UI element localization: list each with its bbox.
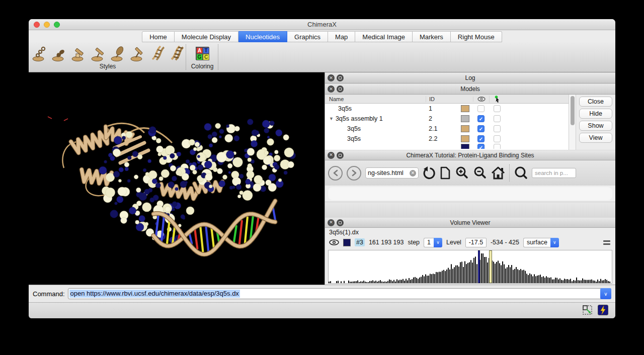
atoms-style-icon[interactable] [30, 44, 48, 62]
model-color-swatch[interactable] [461, 125, 469, 132]
close-model-button[interactable]: Close [579, 97, 612, 107]
slab-tilt-style-icon[interactable] [128, 44, 146, 62]
model-selected-checkbox[interactable] [494, 115, 501, 122]
status-bar [29, 302, 615, 318]
command-input[interactable]: open https://www.rbvi.ucsf.edu/chimerax/… [68, 288, 611, 299]
fast-mode-lightning-icon[interactable] [598, 305, 608, 315]
stubs-style-icon[interactable] [167, 44, 186, 62]
models-panel-header[interactable]: ✕ Models [325, 83, 615, 95]
nucleotide-coloring-icon[interactable]: ATGC [196, 47, 209, 60]
model-selected-checkbox[interactable] [494, 125, 501, 132]
tab-home[interactable]: Home [142, 31, 175, 42]
zoom-in-button[interactable] [455, 166, 469, 180]
model-shown-checkbox[interactable]: ✓ [477, 125, 485, 132]
models-undock-icon[interactable] [337, 85, 344, 93]
volume-shown-eye-icon[interactable] [329, 239, 339, 245]
show-model-button[interactable]: Show [579, 121, 612, 131]
slab-base-style-icon[interactable] [69, 44, 88, 62]
model-row-2.2[interactable]: 3q5s2.2✓ [325, 134, 569, 144]
volume-color-swatch[interactable] [343, 239, 351, 246]
chevron-down-icon[interactable]: ∨ [550, 238, 559, 247]
molecule-render [29, 72, 325, 285]
threshold-marker-blue[interactable] [478, 250, 480, 283]
ellipsoid-style-icon[interactable] [108, 44, 127, 62]
threshold-marker-yellow[interactable] [489, 250, 492, 283]
zoom-out-button[interactable] [473, 166, 487, 180]
resize-graphics-icon[interactable] [582, 305, 593, 315]
model-id: 2.1 [426, 125, 457, 132]
level-input[interactable]: -17.5 [465, 238, 487, 247]
graphics-viewport[interactable] [29, 72, 325, 285]
models-table-header[interactable]: Name ID [325, 95, 569, 104]
model-shown-checkbox[interactable]: ✓ [477, 115, 485, 122]
styles-icons [30, 44, 186, 62]
tab-graphics[interactable]: Graphics [287, 31, 328, 42]
tab-map[interactable]: Map [328, 31, 355, 42]
clear-url-icon[interactable]: ✕ [410, 170, 416, 176]
tab-molecule-display[interactable]: Molecule Display [175, 31, 238, 42]
hide-model-button[interactable]: Hide [579, 109, 612, 119]
model-color-swatch[interactable] [461, 144, 469, 149]
log-undock-icon[interactable] [337, 74, 344, 81]
models-close-icon[interactable]: ✕ [328, 85, 335, 93]
view-model-button[interactable]: View [579, 133, 612, 143]
step-select[interactable]: 1 ∨ [424, 238, 442, 247]
model-shown-checkbox[interactable]: ✓ [477, 135, 485, 142]
tab-markers[interactable]: Markers [413, 31, 451, 42]
model-color-swatch[interactable] [461, 105, 469, 112]
model-row-2[interactable]: ▼3q5s assembly 12✓ [325, 114, 569, 124]
tab-nucleotides[interactable]: Nucleotides [238, 31, 287, 42]
model-row-2.1[interactable]: 3q5s2.1✓ [325, 124, 569, 134]
tutorial-undock-icon[interactable] [337, 152, 344, 159]
column-shown-eye-icon[interactable] [473, 97, 489, 102]
tutorial-panel-header[interactable]: ✕ ChimeraX Tutorial: Protein-Ligand Bind… [325, 150, 615, 160]
volume-viewer-panel-header[interactable]: ✕ Volume Viewer [325, 217, 615, 228]
models-scrollbar-thumb[interactable] [571, 96, 575, 125]
volume-viewer-undock-icon[interactable] [337, 219, 344, 226]
home-button[interactable] [491, 166, 505, 180]
model-selected-checkbox[interactable] [494, 135, 501, 142]
column-id[interactable]: ID [426, 96, 457, 102]
model-selected-checkbox[interactable] [494, 105, 501, 112]
command-row: Command: open https://www.rbvi.ucsf.edu/… [29, 285, 615, 302]
column-selected-pointer-icon[interactable] [489, 96, 505, 103]
column-name[interactable]: Name [325, 96, 426, 102]
close-window-button[interactable] [34, 22, 40, 28]
tab-right-mouse[interactable]: Right Mouse [451, 31, 502, 42]
volume-histogram[interactable] [328, 250, 612, 284]
command-history-dropdown[interactable]: ∨ [600, 288, 611, 299]
new-page-button[interactable] [440, 166, 451, 180]
volume-viewer-close-icon[interactable]: ✕ [328, 219, 335, 226]
search-icon[interactable] [514, 166, 528, 180]
slab-style-icon[interactable] [89, 44, 107, 62]
search-input[interactable]: search in p... [532, 168, 576, 178]
volume-options-icon[interactable] [603, 240, 610, 245]
model-color-swatch[interactable] [461, 115, 469, 122]
log-close-icon[interactable]: ✕ [328, 74, 335, 81]
models-scrollbar[interactable] [569, 95, 576, 150]
model-color-swatch[interactable] [461, 135, 469, 142]
model-selected-checkbox[interactable] [494, 144, 501, 149]
filled-style-icon[interactable] [49, 44, 68, 62]
model-shown-checkbox[interactable] [477, 105, 485, 112]
reload-button[interactable] [423, 166, 436, 180]
tab-medical-image[interactable]: Medical Image [355, 31, 413, 42]
url-field[interactable]: ng-sites.html ✕ [365, 167, 419, 179]
tutorial-content[interactable] [325, 186, 615, 217]
model-row-1[interactable]: 3q5s1 [325, 104, 569, 114]
ladder-style-icon[interactable] [147, 44, 166, 62]
url-text: ng-sites.html [368, 169, 404, 176]
back-button[interactable] [328, 166, 343, 181]
log-panel-header[interactable]: ✕ Log [325, 72, 615, 83]
tutorial-close-icon[interactable]: ✕ [328, 152, 335, 159]
display-style-select[interactable]: surface ∨ [523, 238, 559, 247]
chevron-down-icon[interactable]: ∨ [434, 238, 442, 247]
model-row-partial[interactable]: ✓ [325, 144, 569, 149]
disclosure-triangle[interactable]: ▼ [329, 116, 334, 121]
forward-button[interactable] [347, 166, 361, 181]
title-bar[interactable]: ChimeraX [29, 19, 615, 30]
minimize-window-button[interactable] [44, 22, 50, 28]
model-shown-checkbox[interactable]: ✓ [477, 144, 485, 149]
zoom-window-button[interactable] [54, 22, 60, 28]
volume-model-id[interactable]: #3 [355, 238, 365, 246]
